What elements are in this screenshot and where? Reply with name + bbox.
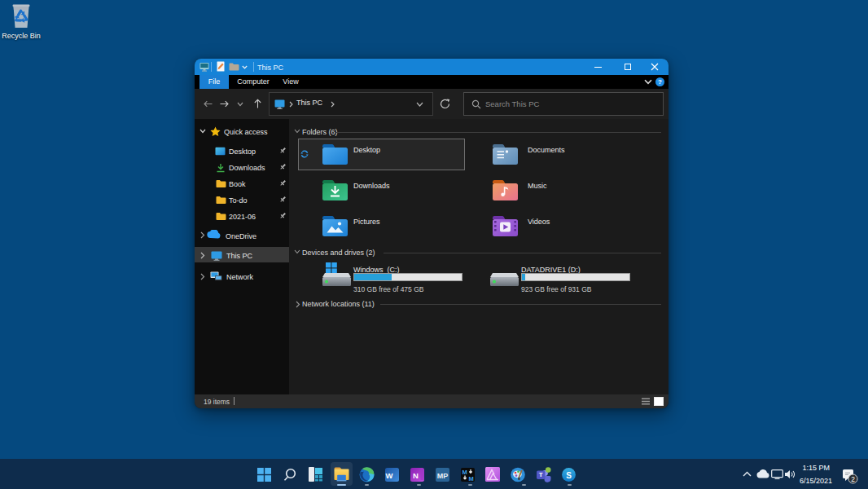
svg-text:T: T [539, 471, 543, 478]
svg-text:MP: MP [437, 472, 449, 480]
svg-text:M: M [462, 469, 467, 476]
svg-text:W: W [386, 471, 393, 480]
svg-text:2: 2 [851, 475, 855, 483]
svg-text:M: M [468, 475, 473, 482]
svg-text:N: N [413, 471, 419, 480]
svg-text:S: S [566, 471, 572, 480]
